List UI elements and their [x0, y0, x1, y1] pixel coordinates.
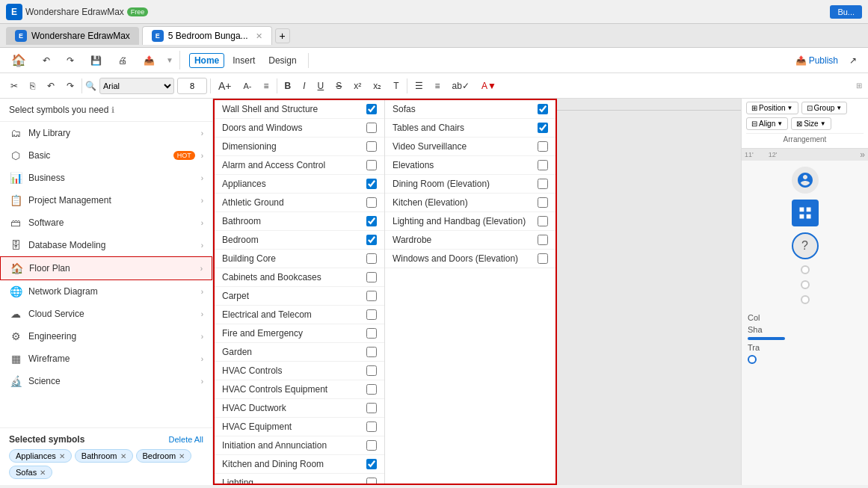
picker-right-row-3[interactable]: Elevations — [385, 156, 555, 175]
picker-left-check-4[interactable] — [366, 179, 377, 189]
picker-right-check-5[interactable] — [538, 197, 548, 208]
font-select[interactable]: Arial — [99, 78, 174, 94]
tra-circle[interactable] — [748, 355, 757, 364]
cut-btn[interactable]: ✂ — [6, 78, 22, 93]
delete-all-button[interactable]: Delete All — [169, 435, 203, 444]
picker-right-row-6[interactable]: Lighting and Handbag (Elevation) — [385, 212, 555, 231]
font-size-input[interactable] — [177, 78, 207, 94]
list-btn[interactable]: ☰ — [410, 78, 428, 93]
picker-left-check-3[interactable] — [366, 160, 377, 170]
picker-left-row-0[interactable]: Wall Shell and Structure — [215, 100, 384, 119]
picker-left-row-5[interactable]: Athletic Ground — [215, 194, 384, 212]
picker-left-row-11[interactable]: Electrical and Telecom — [215, 306, 384, 324]
sidebar-item-my-library[interactable]: 🗂 My Library › — [0, 122, 212, 144]
sidebar-item-business[interactable]: 📊 Business › — [0, 167, 212, 189]
share-btn[interactable]: ↗ — [844, 53, 862, 68]
canvas-area[interactable]: 0'2" 0'3" 0'4" ATH x5-6" ATH x5-6" BED R… — [213, 99, 741, 485]
picker-left-check-12[interactable] — [366, 328, 377, 339]
picker-left-row-16[interactable]: HVAC Ductwork — [215, 399, 384, 418]
radio-btn-1[interactable] — [801, 265, 810, 274]
bold-btn[interactable]: B — [280, 78, 296, 93]
picker-right-row-5[interactable]: Kitchen (Elevation) — [385, 194, 555, 212]
picker-left-row-8[interactable]: Building Core — [215, 250, 384, 268]
picker-left-check-8[interactable] — [366, 253, 377, 264]
picker-left-row-3[interactable]: Alarm and Access Control — [215, 156, 384, 175]
picker-right-row-8[interactable]: Windows and Doors (Elevation) — [385, 250, 555, 268]
picker-left-row-12[interactable]: Fire and Emergency — [215, 324, 384, 343]
redo2-btn[interactable]: ↷ — [62, 78, 79, 93]
font-decrease-btn[interactable]: A- — [239, 79, 256, 93]
picker-right-check-7[interactable] — [538, 235, 548, 245]
copy-btn[interactable]: ⎘ — [25, 78, 40, 93]
position-btn[interactable]: ⊞ Position ▼ — [746, 102, 798, 114]
sidebar-item-science[interactable]: 🔬 Science › — [0, 370, 212, 392]
sidebar-item-wireframe[interactable]: ▦ Wireframe › — [0, 348, 212, 370]
tab-bedroom[interactable]: E 5 Bedroom Bunga... ✕ — [142, 26, 272, 45]
sidebar-item-project-management[interactable]: 📋 Project Management › — [0, 189, 212, 211]
radio-btn-3[interactable] — [801, 295, 810, 304]
print-btn[interactable]: 🖨 — [113, 53, 132, 68]
picker-left-row-18[interactable]: Initiation and Annunciation — [215, 436, 384, 455]
picker-left-row-1[interactable]: Doors and Windows — [215, 119, 384, 138]
picker-right-check-4[interactable] — [538, 179, 548, 189]
picker-right-check-2[interactable] — [538, 141, 548, 152]
picker-left-row-2[interactable]: Dimensioning — [215, 138, 384, 156]
picker-left-check-13[interactable] — [366, 347, 377, 357]
group-btn[interactable]: ⊡ Group ▼ — [801, 102, 848, 114]
home-menu-btn[interactable]: Home — [189, 53, 224, 68]
picker-left-check-2[interactable] — [366, 141, 377, 152]
fontcolor-btn[interactable]: A▼ — [477, 78, 501, 93]
numberedlist-btn[interactable]: ≡ — [431, 78, 445, 93]
sidebar-item-network-diagram[interactable]: 🌐 Network Diagram › — [0, 280, 212, 303]
align-btn[interactable]: ⊟ Align ▼ — [746, 117, 788, 130]
picker-right-check-3[interactable] — [538, 160, 548, 170]
sidebar-item-cloud-service[interactable]: ☁ Cloud Service › — [0, 303, 212, 325]
undo-btn[interactable]: ↶ — [37, 53, 55, 68]
picker-left-check-14[interactable] — [366, 365, 377, 376]
sidebar-item-basic[interactable]: ⬡ Basic HOT › — [0, 144, 212, 167]
export-btn[interactable]: 📤 — [138, 53, 160, 68]
picker-left-row-13[interactable]: Garden — [215, 343, 384, 362]
chip-close-bathroom[interactable]: ✕ — [120, 452, 126, 460]
radio-btn-2[interactable] — [801, 280, 810, 289]
picker-left-check-5[interactable] — [366, 197, 377, 208]
help-circle-icon[interactable]: ? — [792, 232, 819, 259]
publish-button[interactable]: 📤 Publish — [795, 55, 838, 66]
strikethrough-btn[interactable]: S — [331, 78, 346, 93]
buy-button[interactable]: Bu... — [830, 5, 862, 19]
insert-menu-btn[interactable]: Insert — [227, 53, 260, 68]
picker-right-row-4[interactable]: Dining Room (Elevation) — [385, 175, 555, 194]
picker-right-row-1[interactable]: Tables and Chairs — [385, 119, 555, 138]
picker-left-check-17[interactable] — [366, 421, 377, 432]
picker-left-check-11[interactable] — [366, 309, 377, 320]
picker-left-row-20[interactable]: Lighting — [215, 474, 384, 484]
chip-close-sofas[interactable]: ✕ — [40, 469, 46, 477]
underline-btn[interactable]: U — [313, 78, 329, 93]
picker-right-check-1[interactable] — [538, 123, 548, 133]
picker-left-check-6[interactable] — [366, 216, 377, 226]
picker-right-row-0[interactable]: Sofas — [385, 100, 555, 119]
picker-right-check-0[interactable] — [538, 104, 548, 114]
chip-close-appliances[interactable]: ✕ — [59, 452, 65, 460]
picker-left-row-7[interactable]: Bedroom — [215, 231, 384, 250]
picker-left-check-1[interactable] — [366, 123, 377, 133]
redo-btn[interactable]: ↷ — [61, 53, 79, 68]
picker-left-row-19[interactable]: Kitchen and Dining Room — [215, 455, 384, 474]
chip-close-bedroom[interactable]: ✕ — [179, 452, 185, 460]
size-btn[interactable]: ⊠ Size ▼ — [791, 117, 831, 130]
italic-btn[interactable]: I — [298, 78, 310, 93]
font-increase-btn[interactable]: A+ — [214, 78, 236, 94]
new-tab-button[interactable]: + — [275, 28, 290, 43]
tab-edrawmax[interactable]: E Wondershare EdrawMax — [6, 27, 139, 45]
picker-right-row-7[interactable]: Wardrobe — [385, 231, 555, 250]
picker-left-row-4[interactable]: Appliances — [215, 175, 384, 194]
expand-right-icon[interactable]: » — [860, 149, 865, 160]
picker-left-check-19[interactable] — [366, 459, 377, 469]
picker-left-check-16[interactable] — [366, 403, 377, 413]
sidebar-item-engineering[interactable]: ⚙ Engineering › — [0, 325, 212, 348]
picker-left-check-0[interactable] — [366, 104, 377, 114]
picker-right-row-2[interactable]: Video Surveillance — [385, 138, 555, 156]
picker-left-check-18[interactable] — [366, 440, 377, 451]
sidebar-item-database-modeling[interactable]: 🗄 Database Modeling › — [0, 234, 212, 256]
spell-btn[interactable]: ab✓ — [448, 78, 474, 93]
